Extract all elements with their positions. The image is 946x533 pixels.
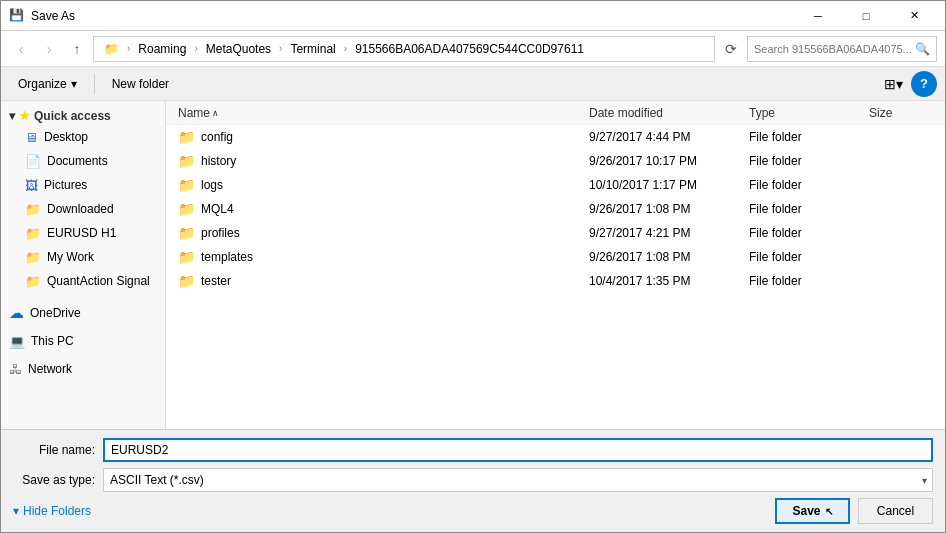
sidebar-item-label: OneDrive [30, 306, 81, 320]
sidebar-item-label: Documents [47, 154, 108, 168]
filetype-select-wrapper: ASCII Text (*.csv) CSV (*.csv) Text (*.t… [103, 468, 933, 492]
view-icon: ⊞ [884, 76, 896, 92]
folder-icon: 📁 [178, 201, 195, 217]
col-name-header[interactable]: Name ∧ [170, 101, 581, 124]
sidebar-item-network[interactable]: 🖧 Network [1, 357, 165, 381]
file-name-cell: 📁 logs [170, 177, 581, 193]
view-button[interactable]: ⊞ ▾ [879, 71, 907, 97]
breadcrumb-terminal[interactable]: Terminal [286, 40, 339, 58]
breadcrumb: 📁 › Roaming › MetaQuotes › Terminal › 91… [93, 36, 715, 62]
organize-button[interactable]: Organize ▾ [9, 71, 86, 97]
close-button[interactable]: ✕ [891, 1, 937, 31]
window-icon: 💾 [9, 8, 25, 24]
pictures-icon: 🖼 [25, 178, 38, 193]
address-bar: ‹ › ↑ 📁 › Roaming › MetaQuotes › Termina… [1, 31, 945, 67]
organize-dropdown-icon: ▾ [71, 77, 77, 91]
filetype-row: Save as type: ASCII Text (*.csv) CSV (*.… [13, 468, 933, 492]
cursor-icon: ↖ [825, 506, 833, 517]
file-type-cell: File folder [741, 202, 861, 216]
sidebar-item-mywork[interactable]: 📁 My Work [1, 245, 165, 269]
sidebar-item-label: Desktop [44, 130, 88, 144]
title-controls: ─ □ ✕ [795, 1, 937, 31]
filetype-select[interactable]: ASCII Text (*.csv) CSV (*.csv) Text (*.t… [103, 468, 933, 492]
folder-icon: 📁 [178, 273, 195, 289]
file-list-header: Name ∧ Date modified Type Size [166, 101, 945, 125]
minimize-button[interactable]: ─ [795, 1, 841, 31]
folder-icon: 📁 [178, 225, 195, 241]
save-button[interactable]: Save ↖ [775, 498, 850, 524]
back-button[interactable]: ‹ [9, 37, 33, 61]
sort-arrow: ∧ [212, 108, 219, 118]
table-row[interactable]: 📁 config 9/27/2017 4:44 PM File folder [166, 125, 945, 149]
quick-access-header[interactable]: ▾ ★ Quick access [1, 105, 165, 125]
search-input[interactable] [754, 43, 911, 55]
breadcrumb-id[interactable]: 915566BA06ADA407569C544CC0D97611 [351, 40, 588, 58]
sidebar-item-desktop[interactable]: 🖥 Desktop 📌 [1, 125, 165, 149]
hide-folders-chevron: ▾ [13, 504, 19, 518]
table-row[interactable]: 📁 logs 10/10/2017 1:17 PM File folder [166, 173, 945, 197]
forward-button[interactable]: › [37, 37, 61, 61]
file-type: File folder [749, 274, 802, 288]
file-name: tester [201, 274, 231, 288]
file-name: config [201, 130, 233, 144]
col-size-header[interactable]: Size [861, 101, 941, 124]
breadcrumb-metaquotes[interactable]: MetaQuotes [202, 40, 275, 58]
new-folder-button[interactable]: New folder [103, 71, 178, 97]
sidebar-item-downloaded[interactable]: 📁 Downloaded [1, 197, 165, 221]
sidebar-item-documents[interactable]: 📄 Documents 📌 [1, 149, 165, 173]
filetype-label: Save as type: [13, 473, 103, 487]
col-type-label: Type [749, 106, 775, 120]
sidebar-item-label: This PC [31, 334, 74, 348]
file-name-cell: 📁 profiles [170, 225, 581, 241]
filename-input[interactable] [103, 438, 933, 462]
filename-row: File name: [13, 438, 933, 462]
col-date-label: Date modified [589, 106, 663, 120]
table-row[interactable]: 📁 history 9/26/2017 10:17 PM File folder [166, 149, 945, 173]
sidebar-item-pictures[interactable]: 🖼 Pictures 📌 [1, 173, 165, 197]
quick-access-chevron: ▾ [9, 109, 15, 123]
search-icon: 🔍 [915, 42, 930, 56]
file-type: File folder [749, 226, 802, 240]
documents-icon: 📄 [25, 154, 41, 169]
refresh-button[interactable]: ⟳ [719, 37, 743, 61]
hide-folders-label: Hide Folders [23, 504, 91, 518]
file-name-cell: 📁 templates [170, 249, 581, 265]
file-name-cell: 📁 MQL4 [170, 201, 581, 217]
table-row[interactable]: 📁 tester 10/4/2017 1:35 PM File folder [166, 269, 945, 293]
cancel-button[interactable]: Cancel [858, 498, 933, 524]
col-type-header[interactable]: Type [741, 101, 861, 124]
title-bar: 💾 Save As ─ □ ✕ [1, 1, 945, 31]
eurusdh1-icon: 📁 [25, 226, 41, 241]
folder-icon: 📁 [178, 249, 195, 265]
filename-label: File name: [13, 443, 103, 457]
breadcrumb-roaming[interactable]: Roaming [134, 40, 190, 58]
table-row[interactable]: 📁 profiles 9/27/2017 4:21 PM File folder [166, 221, 945, 245]
view-dropdown-icon: ▾ [896, 76, 903, 92]
window-title: Save As [31, 9, 75, 23]
sidebar-item-label: Network [28, 362, 72, 376]
quick-access-icon: ★ [19, 109, 30, 123]
help-button[interactable]: ? [911, 71, 937, 97]
table-row[interactable]: 📁 templates 9/26/2017 1:08 PM File folde… [166, 245, 945, 269]
sidebar-item-eurusdh1[interactable]: 📁 EURUSD H1 [1, 221, 165, 245]
col-date-header[interactable]: Date modified [581, 101, 741, 124]
desktop-icon: 🖥 [25, 130, 38, 145]
file-date-cell: 9/26/2017 1:08 PM [581, 250, 741, 264]
file-name: profiles [201, 226, 240, 240]
maximize-button[interactable]: □ [843, 1, 889, 31]
file-date-cell: 9/26/2017 10:17 PM [581, 154, 741, 168]
hide-folders-link[interactable]: ▾ Hide Folders [13, 504, 91, 518]
up-button[interactable]: ↑ [65, 37, 89, 61]
sidebar-item-thispc[interactable]: 💻 This PC [1, 329, 165, 353]
mywork-icon: 📁 [25, 250, 41, 265]
breadcrumb-folder-icon[interactable]: 📁 [100, 40, 123, 58]
file-date-cell: 9/27/2017 4:21 PM [581, 226, 741, 240]
sidebar-item-onedrive[interactable]: ☁ OneDrive [1, 301, 165, 325]
file-type-cell: File folder [741, 178, 861, 192]
file-type: File folder [749, 178, 802, 192]
file-date: 9/26/2017 1:08 PM [589, 250, 690, 264]
file-type-cell: File folder [741, 250, 861, 264]
sidebar-item-quantaction[interactable]: 📁 QuantAction Signal [1, 269, 165, 293]
col-size-label: Size [869, 106, 892, 120]
table-row[interactable]: 📁 MQL4 9/26/2017 1:08 PM File folder [166, 197, 945, 221]
